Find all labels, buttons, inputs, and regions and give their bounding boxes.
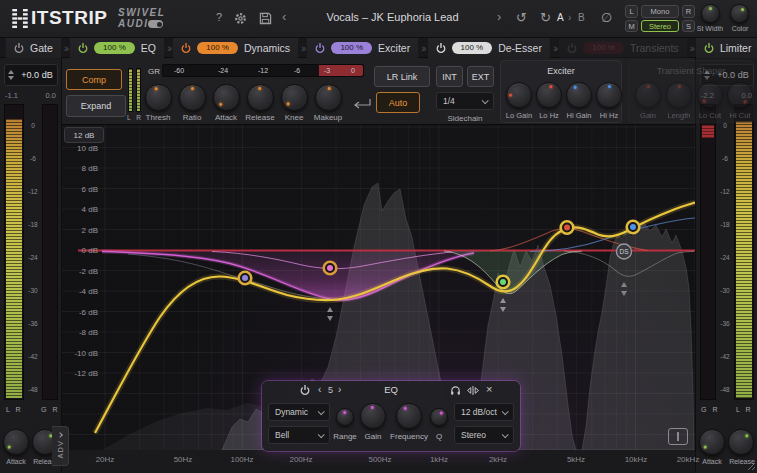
band2-dynamic-fill [102,251,492,300]
advanced-panel-tab[interactable]: ADV [52,426,69,466]
thresh-knob[interactable] [145,84,172,111]
band-gain-knob[interactable] [360,403,386,429]
eq-mix-badge[interactable]: 100 % [94,42,135,54]
color-knob[interactable] [730,4,749,23]
analyzer-toggle-button[interactable] [668,428,688,445]
makeup-knob[interactable] [315,84,342,111]
dynamics-toolbar: Comp Expand L R GR -60 -24 -12 -6 -3 0 T… [62,58,695,125]
stereo-button[interactable]: Stereo [641,20,679,32]
tab-limiter[interactable]: Limiter [696,38,757,58]
transient-hi-cut-knob[interactable] [727,82,753,108]
gate-attack-knob[interactable] [3,429,29,455]
band-listen-headphones-icon[interactable] [450,385,461,396]
svg-text:DS: DS [619,248,629,255]
lr-link-button[interactable]: LR Link [374,66,430,87]
help-button[interactable]: ? [216,11,222,23]
bypass-icon[interactable]: ∅ [601,10,612,25]
ext-sidechain-button[interactable]: EXT [467,66,494,87]
knee-knob[interactable] [281,84,308,111]
exciter-hi-hz-knob[interactable] [596,82,622,108]
eq-panel-header: ‹ 5 › EQ × [262,381,520,399]
band-range-knob[interactable] [336,408,354,426]
stereo-width-knob[interactable] [701,4,720,23]
exciter-lo-gain-knob[interactable] [506,82,532,108]
band2-node[interactable] [324,262,337,275]
redo-icon[interactable]: ↻ [540,10,551,25]
tab-separator-icon: ›› [418,42,427,54]
tab-transients[interactable]: 100 % Transients [559,38,686,58]
ab-compare-arrow-icon: › [568,12,571,23]
channel-right-button[interactable]: R [682,5,695,18]
transient-length-knob[interactable] [666,82,692,108]
tab-gate[interactable]: Gate [6,38,61,58]
band1-node[interactable] [239,272,252,285]
expand-button[interactable]: Expand [66,95,126,117]
tab-deesser[interactable]: 100 % De-Esser [428,38,550,58]
ab-compare-a[interactable]: A [557,12,564,23]
deesser-power-icon[interactable] [436,43,446,53]
channel-left-button[interactable]: L [625,5,638,18]
eq-power-icon[interactable] [78,43,88,53]
band-frequency-label: Frequency [386,432,432,441]
limiter-power-icon[interactable] [704,43,714,53]
release-knob[interactable] [247,84,274,111]
exciter-power-icon[interactable] [315,43,325,53]
exciter-hi-gain-knob[interactable] [566,82,592,108]
limiter-attack-knob[interactable] [699,429,725,455]
app-logo: ITSTRIP [31,7,107,29]
tab-separator-icon: ›› [298,42,307,54]
ab-compare-b[interactable]: B [578,12,585,23]
dynamics-mix-badge[interactable]: 100 % [197,42,238,54]
ratio-knob[interactable] [179,84,206,111]
deesser-mix-badge[interactable]: 100 % [452,42,493,54]
close-icon[interactable]: × [486,383,492,395]
attack-knob[interactable] [213,84,240,111]
db-range-selector[interactable]: 12 dB [64,127,104,143]
band-frequency-knob[interactable] [396,403,422,429]
input-gain-stepper[interactable]: +0.0 dB [4,64,58,86]
band-solo-split-icon[interactable] [467,385,479,396]
dynamics-power-icon[interactable] [181,43,191,53]
mid-button[interactable]: M [625,20,638,32]
limiter-release-knob[interactable] [728,429,754,455]
save-icon[interactable] [259,12,272,25]
comp-button[interactable]: Comp [66,69,122,90]
tab-transients-label: Transients [630,42,679,54]
tab-eq[interactable]: 100 % EQ [70,38,164,58]
resize-grip[interactable] [746,461,756,471]
band5-node[interactable] [627,221,640,234]
transients-mix-badge[interactable]: 100 % [583,42,624,54]
band-mode-dropdown[interactable]: Dynamic [268,403,330,421]
stepper-arrows-icon[interactable] [5,70,17,80]
deesser-node[interactable]: DS [617,244,632,259]
transient-hi-cut-label: Hi Cut [720,111,757,120]
band-slope-dropdown[interactable]: 12 dB/oct [454,403,514,421]
band-q-knob[interactable] [430,408,448,426]
preset-next-button[interactable]: › [497,9,501,24]
auto-release-button[interactable]: Auto [376,92,420,113]
transients-power-icon[interactable] [567,43,577,53]
tab-dynamics[interactable]: 100 % Dynamics [173,38,298,58]
preset-prev-button[interactable]: ‹ [282,9,286,24]
tab-dynamics-label: Dynamics [244,42,290,54]
band-shape-dropdown[interactable]: Bell [268,426,330,444]
gate-power-icon[interactable] [14,43,24,53]
tab-exciter[interactable]: 100 % Exciter [307,38,418,58]
band3-node[interactable] [497,276,510,289]
tab-gate-label: Gate [30,42,53,54]
meter-scale: 0-6 -12-18 -24-30 -36-42 -48 [718,104,732,400]
transient-gain-knob[interactable] [635,82,661,108]
preset-name[interactable]: Vocals – JK Euphoria Lead [295,11,490,23]
band4-node[interactable] [561,221,574,234]
exciter-lo-hz-knob[interactable] [536,82,562,108]
undo-icon[interactable]: ↺ [516,10,527,25]
tab-separator-icon: ›› [61,42,70,54]
settings-gear-icon[interactable] [234,12,247,25]
dynamics-meter-l [128,68,133,112]
mono-button[interactable]: Mono [641,5,679,18]
band-channel-dropdown[interactable]: Stereo [454,426,514,444]
sidechain-sync-dropdown[interactable]: 1/4 [436,92,494,110]
exciter-mix-badge[interactable]: 100 % [331,42,372,54]
transient-lo-cut-knob[interactable] [697,82,723,108]
int-sidechain-button[interactable]: INT [436,66,463,87]
